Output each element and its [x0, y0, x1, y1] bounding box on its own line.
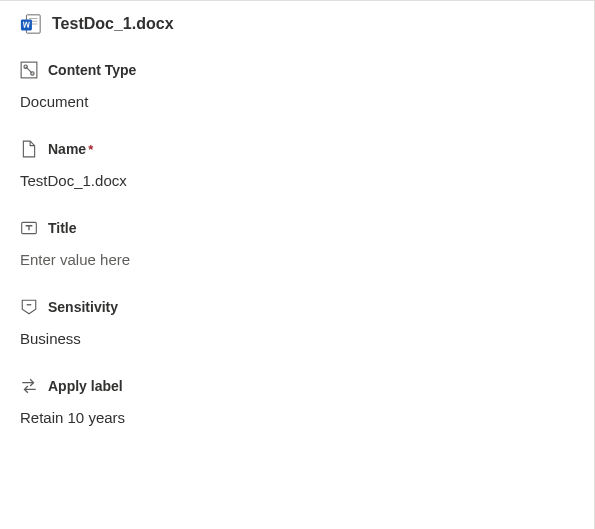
- title-field: Title Enter value here: [20, 219, 574, 268]
- apply-label-row: Apply label: [20, 377, 574, 395]
- content-type-icon: [20, 61, 38, 79]
- sensitivity-label: Sensitivity: [48, 299, 118, 315]
- title-label-row: Title: [20, 219, 574, 237]
- content-type-value[interactable]: Document: [20, 93, 574, 110]
- sensitivity-label-row: Sensitivity: [20, 298, 574, 316]
- name-field: Name* TestDoc_1.docx: [20, 140, 574, 189]
- file-title: TestDoc_1.docx: [52, 15, 174, 33]
- name-label-text: Name: [48, 141, 86, 157]
- svg-rect-4: [21, 19, 32, 30]
- required-indicator: *: [88, 142, 93, 157]
- name-label-row: Name*: [20, 140, 574, 158]
- apply-label-value[interactable]: Retain 10 years: [20, 409, 574, 426]
- file-icon: [20, 140, 38, 158]
- apply-label-field: Apply label Retain 10 years: [20, 377, 574, 426]
- svg-line-8: [26, 67, 33, 74]
- name-value[interactable]: TestDoc_1.docx: [20, 172, 574, 189]
- content-type-field: Content Type Document: [20, 61, 574, 110]
- title-label: Title: [48, 220, 77, 236]
- sensitivity-icon: [20, 298, 38, 316]
- name-label: Name*: [48, 141, 93, 157]
- content-type-label-row: Content Type: [20, 61, 574, 79]
- apply-label-text: Apply label: [48, 378, 123, 394]
- sensitivity-value[interactable]: Business: [20, 330, 574, 347]
- text-icon: [20, 219, 38, 237]
- swap-icon: [20, 377, 38, 395]
- file-header: TestDoc_1.docx: [20, 13, 574, 35]
- sensitivity-field: Sensitivity Business: [20, 298, 574, 347]
- content-type-label: Content Type: [48, 62, 136, 78]
- properties-panel: TestDoc_1.docx Content Type Document: [0, 1, 594, 476]
- word-file-icon: [20, 13, 42, 35]
- title-input[interactable]: Enter value here: [20, 251, 574, 268]
